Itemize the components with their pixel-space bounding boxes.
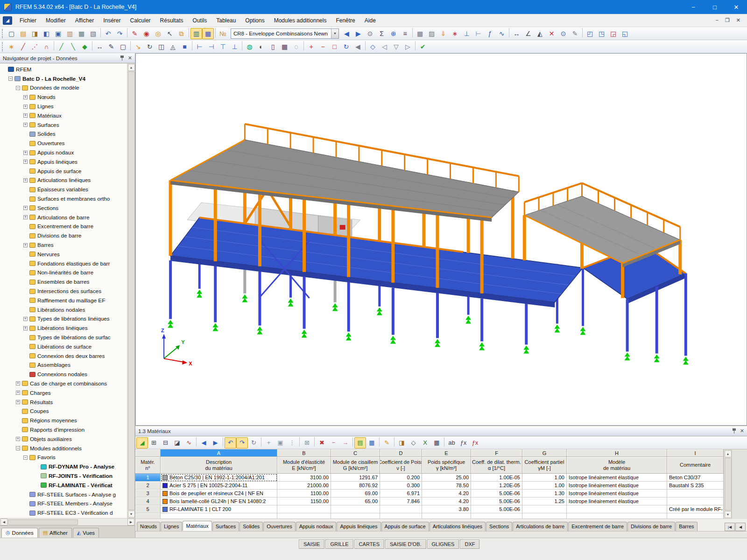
- add-row-icon[interactable]: +: [263, 437, 275, 448]
- column-letter-header[interactable]: I: [667, 449, 724, 457]
- work-plane-icon[interactable]: ▯: [267, 41, 279, 52]
- tree-item[interactable]: RF-STEEL Surfaces - Analyse g: [0, 490, 127, 499]
- block-icon[interactable]: ■: [179, 41, 190, 52]
- mesh-refinement-icon[interactable]: ▨: [426, 28, 437, 39]
- cut-row-icon[interactable]: →: [339, 437, 351, 448]
- table-tab-sections[interactable]: Sections: [486, 522, 512, 531]
- formula-icon[interactable]: ƒx: [458, 437, 469, 448]
- cell-shear-modulus[interactable]: 1291.67: [331, 474, 380, 482]
- status-dxf[interactable]: DXF: [460, 539, 479, 549]
- tree-item[interactable]: RF-JOINTS - Vérification: [0, 471, 127, 481]
- connect-members-icon[interactable]: ⊢: [194, 41, 205, 52]
- formula-clear-icon[interactable]: ƒx: [469, 437, 481, 448]
- column-letter-header[interactable]: C: [331, 449, 380, 457]
- toolbar-grip[interactable]: [2, 42, 4, 51]
- cell-poisson-ratio[interactable]: 0.300: [380, 482, 422, 490]
- info-icon[interactable]: ⊙: [557, 28, 569, 39]
- calculation-icon[interactable]: ƒ: [484, 28, 496, 39]
- expander-icon[interactable]: +: [23, 160, 28, 164]
- table-tab-divisions-de-barre[interactable]: Divisions de barre: [627, 522, 675, 531]
- cell-description[interactable]: Acier S 275 | EN 10025-2:2004-11: [161, 482, 277, 490]
- cell-material-model[interactable]: Isotrope linéairement élastique: [567, 474, 667, 482]
- column-header[interactable]: Matér. n°: [135, 457, 161, 474]
- expander-icon[interactable]: +: [16, 381, 20, 385]
- tree-item[interactable]: Libérations nodales: [0, 305, 127, 315]
- isometric-view-icon[interactable]: ◇: [367, 41, 379, 52]
- grid-icon[interactable]: ▦: [279, 41, 290, 52]
- open-project-icon[interactable]: ◨: [29, 28, 41, 39]
- expander-icon[interactable]: +: [23, 151, 28, 155]
- tree-item[interactable]: Fondations élastiques de barr: [0, 259, 127, 268]
- cell-partial-factor[interactable]: 1.00: [522, 482, 567, 490]
- divide-member-icon[interactable]: ⊣: [205, 41, 217, 52]
- expander-icon[interactable]: +: [23, 178, 28, 182]
- tree-item[interactable]: RFEM: [0, 65, 127, 74]
- tree-item[interactable]: Rapports d'impression: [0, 425, 127, 434]
- model-3d-view[interactable]: Z Y X: [136, 54, 747, 425]
- insert-member-icon[interactable]: ╱: [56, 41, 67, 52]
- insert-arc-icon[interactable]: ∩: [41, 41, 52, 52]
- edit-text-icon[interactable]: ✎: [106, 41, 117, 52]
- delete-all-rows-icon[interactable]: ✖: [316, 437, 328, 448]
- table-tab-solides[interactable]: Solides: [240, 522, 263, 531]
- menu-item[interactable]: Fenêtre: [331, 15, 359, 26]
- insert-support-icon[interactable]: ⊥: [229, 41, 240, 52]
- trim-members-icon[interactable]: ⊤: [217, 41, 229, 52]
- save-all-icon[interactable]: ◧: [41, 28, 52, 39]
- status-glignes[interactable]: GLIGNES: [427, 539, 459, 549]
- tree-item[interactable]: + Articulations linéiques: [0, 176, 127, 185]
- menu-item[interactable]: Résultats: [155, 15, 188, 26]
- column-header[interactable]: Module d'élasticité E [kN/cm²]: [277, 457, 331, 474]
- row-number-cell[interactable]: 2: [135, 482, 161, 490]
- scroll-left-icon[interactable]: ◀: [0, 518, 7, 525]
- previous-loadcase-icon[interactable]: ◀: [341, 28, 352, 39]
- cell-specific-weight[interactable]: 78.50: [422, 482, 471, 490]
- column-header[interactable]: Commentaire: [667, 457, 724, 474]
- status-cartes[interactable]: CARTES: [354, 539, 384, 549]
- mdi-minimize-button[interactable]: −: [715, 17, 718, 23]
- combo-dropdown-icon[interactable]: ▼: [331, 29, 338, 38]
- table-tabs-prev-button[interactable]: ◀: [735, 523, 746, 531]
- extreme-values-icon[interactable]: Σ: [376, 28, 388, 39]
- table-tabs-first-button[interactable]: |◀: [725, 523, 735, 531]
- menu-item[interactable]: Options: [240, 15, 269, 26]
- redo-table-icon[interactable]: ↷: [236, 437, 248, 448]
- tree-item[interactable]: + Libérations linéiques: [0, 323, 127, 333]
- tree-item[interactable]: Coupes: [0, 406, 127, 416]
- row-number-cell[interactable]: 5: [135, 505, 161, 513]
- tree-item[interactable]: Raffinement du maillage EF: [0, 296, 127, 305]
- hinge-icon[interactable]: ⊢: [472, 28, 484, 39]
- close-icon[interactable]: ✕: [128, 55, 132, 61]
- expander-icon[interactable]: +: [16, 400, 20, 404]
- mdi-close-button[interactable]: ✕: [736, 17, 740, 23]
- tree-item[interactable]: + Lignes: [0, 102, 127, 111]
- jump-left-icon[interactable]: ◀: [198, 437, 210, 448]
- column-letter-header[interactable]: H: [567, 449, 667, 457]
- insert-member-set-icon[interactable]: ╲: [67, 41, 79, 52]
- rotate-view-icon[interactable]: ↻: [340, 41, 352, 52]
- angle-icon[interactable]: ∠: [522, 28, 534, 39]
- status-saisie-dob[interactable]: SAISIE D'OB.: [385, 539, 426, 549]
- tree-item[interactable]: Assemblages: [0, 361, 127, 370]
- mirror-tool-icon[interactable]: ◫: [155, 41, 167, 52]
- cell-specific-weight[interactable]: 25.00: [422, 474, 471, 482]
- delete-row-icon[interactable]: ⊟: [160, 437, 171, 448]
- row-details-icon[interactable]: ⋮: [286, 437, 298, 448]
- zoom-object-icon[interactable]: ◉: [141, 28, 152, 39]
- menu-item[interactable]: Insérer: [99, 15, 125, 26]
- find-node-icon[interactable]: ⊕: [388, 28, 399, 39]
- expander-icon[interactable]: +: [23, 123, 28, 127]
- tree-item[interactable]: Ensembles de barres: [0, 277, 127, 287]
- cell-elastic-modulus[interactable]: 21000.00: [277, 482, 331, 490]
- column-header[interactable]: Module de cisaillem G [kN/cm²]: [331, 457, 380, 474]
- scroll-down-icon[interactable]: ▼: [128, 511, 135, 518]
- tree-item[interactable]: − Favoris: [0, 453, 127, 462]
- display-window-1-icon[interactable]: ◰: [584, 28, 596, 39]
- insert-polyline-icon[interactable]: ⋰: [29, 41, 41, 52]
- cell-elastic-modulus[interactable]: 1100.00: [277, 490, 331, 497]
- view-list-icon[interactable]: ▦: [366, 437, 378, 448]
- tree-item[interactable]: Types de libérations de surfac: [0, 333, 127, 342]
- tree-item[interactable]: + Surfaces: [0, 120, 127, 130]
- tree-item[interactable]: RF-STEEL Members - Analyse: [0, 499, 127, 508]
- tree-item[interactable]: + Charges: [0, 388, 127, 398]
